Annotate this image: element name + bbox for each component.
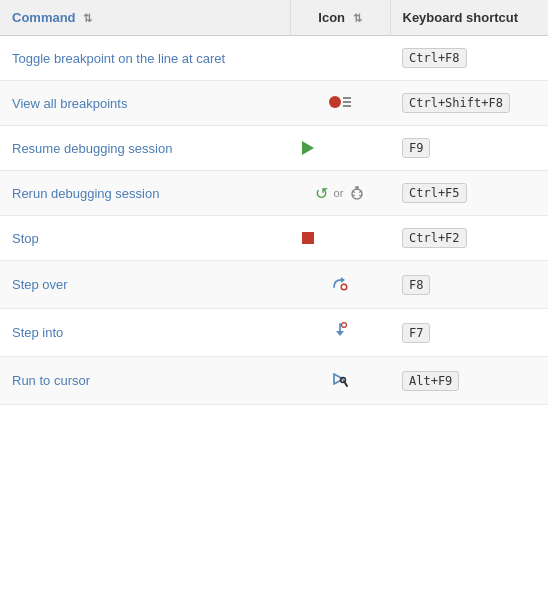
table-row: Toggle breakpoint on the line at caretCt… xyxy=(0,36,548,81)
icon-cell xyxy=(290,309,390,357)
shortcut-badge: F7 xyxy=(402,323,430,343)
shortcut-badge: F8 xyxy=(402,275,430,295)
shortcut-badge: Ctrl+Shift+F8 xyxy=(402,93,510,113)
shortcut-cell: Ctrl+F2 xyxy=(390,216,548,261)
icon-cell xyxy=(290,261,390,309)
shortcut-cell: F9 xyxy=(390,126,548,171)
run-to-cursor-icon xyxy=(330,369,350,389)
shortcut-cell: Alt+F9 xyxy=(390,357,548,405)
stop-icon xyxy=(302,232,314,244)
table-row: Run to cursor Alt+F9 xyxy=(0,357,548,405)
shortcut-header: Keyboard shortcut xyxy=(390,0,548,36)
shortcut-cell: Ctrl+F5 xyxy=(390,171,548,216)
shortcuts-table: Command ⇅ Icon ⇅ Keyboard shortcut Toggl… xyxy=(0,0,548,405)
command-cell[interactable]: Step into xyxy=(0,309,290,357)
shortcut-cell: Ctrl+F8 xyxy=(390,36,548,81)
shortcut-badge: Ctrl+F5 xyxy=(402,183,467,203)
command-header[interactable]: Command ⇅ xyxy=(0,0,290,36)
icon-cell: ↺ or xyxy=(290,171,390,216)
icon-sort-icon[interactable]: ⇅ xyxy=(353,12,362,25)
breakpoint-icon xyxy=(329,96,351,108)
icon-header-label: Icon xyxy=(318,10,345,25)
shortcut-cell: F8 xyxy=(390,261,548,309)
command-sort-icon[interactable]: ⇅ xyxy=(83,12,92,25)
rerun-icons: ↺ or xyxy=(302,184,378,203)
svg-marker-8 xyxy=(341,277,345,283)
svg-point-14 xyxy=(342,323,346,327)
command-cell[interactable]: Run to cursor xyxy=(0,357,290,405)
icon-cell xyxy=(290,126,390,171)
shortcut-badge: Ctrl+F2 xyxy=(402,228,467,248)
table-row: View all breakpoints Ctrl+Shift+F8 xyxy=(0,81,548,126)
shortcut-badge: Ctrl+F8 xyxy=(402,48,467,68)
shortcut-cell: F7 xyxy=(390,309,548,357)
command-cell[interactable]: Stop xyxy=(0,216,290,261)
shortcut-badge: Alt+F9 xyxy=(402,371,459,391)
table-row: StopCtrl+F2 xyxy=(0,216,548,261)
shortcut-header-label: Keyboard shortcut xyxy=(403,10,519,25)
table-row: Resume debugging sessionF9 xyxy=(0,126,548,171)
icon-cell xyxy=(290,357,390,405)
svg-marker-12 xyxy=(336,331,344,336)
command-cell[interactable]: View all breakpoints xyxy=(0,81,290,126)
command-cell[interactable]: Resume debugging session xyxy=(0,126,290,171)
table-row: Step over F8 xyxy=(0,261,548,309)
icon-header[interactable]: Icon ⇅ xyxy=(290,0,390,36)
shortcut-badge: F9 xyxy=(402,138,430,158)
command-header-label: Command xyxy=(12,10,76,25)
rerun-icon: ↺ xyxy=(315,184,328,203)
play-icon xyxy=(302,141,314,155)
shortcut-cell: Ctrl+Shift+F8 xyxy=(390,81,548,126)
bug-icon xyxy=(349,185,365,201)
svg-point-10 xyxy=(342,285,346,289)
table-row: Rerun debugging session ↺ or Ctrl+F5 xyxy=(0,171,548,216)
icon-cell xyxy=(290,81,390,126)
command-cell[interactable]: Step over xyxy=(0,261,290,309)
table-row: Step into F7 xyxy=(0,309,548,357)
icon-cell xyxy=(290,36,390,81)
command-cell[interactable]: Toggle breakpoint on the line at caret xyxy=(0,36,290,81)
step-over-icon xyxy=(330,273,350,293)
svg-point-0 xyxy=(352,189,362,199)
step-into-icon xyxy=(330,321,350,341)
command-cell[interactable]: Rerun debugging session xyxy=(0,171,290,216)
or-label: or xyxy=(334,187,344,199)
icon-cell xyxy=(290,216,390,261)
